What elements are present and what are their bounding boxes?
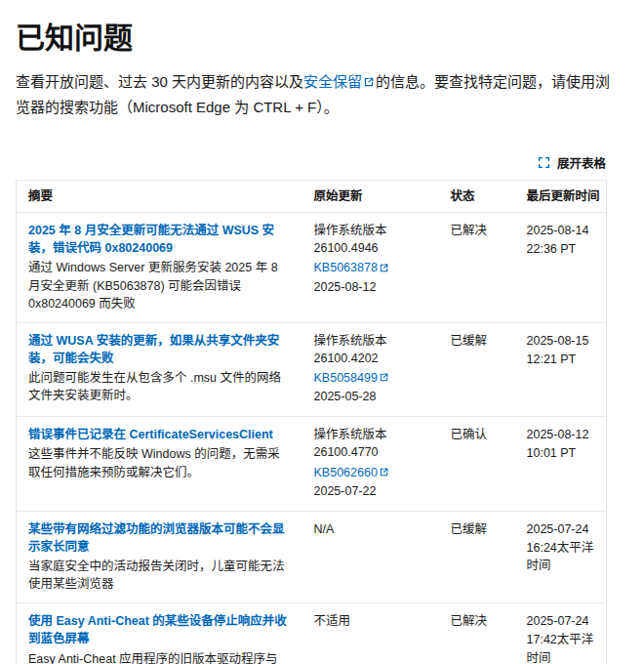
summary-cell: 通过 WUSA 安装的更新，如果从共享文件夹安装，可能会失败此问题可能发生在从包… xyxy=(17,322,302,417)
status-label: 已解决 xyxy=(451,222,503,239)
last-updated-cell: 2025-08-1512:21 PT xyxy=(515,322,607,417)
kb-article-label: KB5058499 xyxy=(314,371,378,385)
updated-time: 16:24太平洋时间 xyxy=(527,539,595,574)
last-updated-cell: 2025-08-1210:01 PT xyxy=(515,417,607,512)
origin-date: 2025-07-22 xyxy=(314,482,427,500)
original-update-cell: 操作系统版本 26100.4946KB50638782025-08-12 xyxy=(302,213,439,323)
expand-table-label: 展开表格 xyxy=(557,153,606,172)
table-row: 错误事件已记录在 CertificateServicesClient这些事件并不… xyxy=(17,417,607,512)
expand-table-button[interactable]: 展开表格 xyxy=(538,151,606,174)
updated-time: 22:36 PT xyxy=(527,240,595,258)
header-last-updated: 最后更新时间 xyxy=(515,181,607,213)
intro-text-before: 查看开放问题、过去 30 天内更新的内容以及 xyxy=(16,73,303,90)
last-updated-cell: 2025-08-1422:36 PT xyxy=(515,213,607,323)
issue-description: 这些事件并不能反映 Windows 的问题，无需采取任何措施来预防或解决它们。 xyxy=(28,445,291,480)
issue-description: 此问题可能发生在从包含多个 .msu 文件的网络文件夹安装更新时。 xyxy=(28,369,291,404)
kb-article-label: KB5063878 xyxy=(314,261,378,274)
page-title: 已知问题 xyxy=(16,14,628,57)
updated-date: 2025-08-14 xyxy=(527,222,595,239)
external-link-icon xyxy=(380,463,388,480)
summary-cell: 错误事件已记录在 CertificateServicesClient这些事件并不… xyxy=(17,417,302,512)
security-hold-link[interactable]: 安全保留 xyxy=(303,73,376,90)
updated-time: 10:01 PT xyxy=(527,444,595,462)
kb-article-label: KB5062660 xyxy=(314,466,378,479)
origin-kb-line: KB5058499 xyxy=(314,368,427,387)
status-label: 已缓解 xyxy=(451,520,503,538)
issue-description: 通过 Windows Server 更新服务安装 2025 年 8 月安全更新 … xyxy=(28,259,291,311)
origin-version: 操作系统版本 26100.4946 xyxy=(314,222,427,257)
origin-date: 2025-05-28 xyxy=(314,388,427,405)
issue-title-link[interactable]: 2025 年 8 月安全更新可能无法通过 WSUS 安装，错误代码 0x8024… xyxy=(28,224,274,255)
original-update-cell: 操作系统版本 26100.4770KB50626602025-07-22 xyxy=(302,417,439,512)
issue-description: 当家庭安全中的活动报告关闭时，儿童可能无法使用某些浏览器 xyxy=(28,558,291,593)
issue-description: Easy Anti-Cheat 应用程序的旧版本驱动程序与 Windows 11… xyxy=(28,650,291,664)
issue-title-link[interactable]: 错误事件已记录在 CertificateServicesClient xyxy=(28,428,273,441)
origin-version: 不适用 xyxy=(314,612,427,630)
known-issues-page: 已知问题 查看开放问题、过去 30 天内更新的内容以及安全保留的信息。要查找特定… xyxy=(0,14,644,664)
known-issues-table: 摘要 原始更新 状态 最后更新时间 2025 年 8 月安全更新可能无法通过 W… xyxy=(16,180,607,664)
table-row: 使用 Easy Anti-Cheat 的某些设备停止响应并收到蓝色屏幕Easy … xyxy=(17,603,607,664)
table-toolbar: 展开表格 xyxy=(16,151,606,174)
updated-date: 2025-08-12 xyxy=(527,426,595,443)
updated-time: 12:21 PT xyxy=(527,351,595,368)
origin-kb-line: KB5062660 xyxy=(314,463,427,481)
kb-article-link[interactable]: KB5062660 xyxy=(314,466,390,479)
status-cell: 已解决 xyxy=(439,603,515,664)
intro-paragraph: 查看开放问题、过去 30 天内更新的内容以及安全保留的信息。要查找特定问题，请使… xyxy=(16,68,617,120)
last-updated-cell: 2025-07-2416:24太平洋时间 xyxy=(515,511,607,603)
updated-date: 2025-07-24 xyxy=(527,520,595,538)
external-link-icon xyxy=(380,258,388,275)
header-summary: 摘要 xyxy=(17,181,302,213)
header-original-update: 原始更新 xyxy=(302,181,439,213)
status-label: 已确认 xyxy=(451,426,503,443)
origin-date: 2025-08-12 xyxy=(314,278,427,296)
original-update-cell: N/A xyxy=(302,511,439,603)
external-link-icon xyxy=(380,368,388,386)
issue-title-link[interactable]: 使用 Easy Anti-Cheat 的某些设备停止响应并收到蓝色屏幕 xyxy=(28,614,287,645)
external-link-icon xyxy=(364,68,374,94)
origin-version: 操作系统版本 26100.4770 xyxy=(314,426,427,461)
kb-article-link[interactable]: KB5058499 xyxy=(314,371,390,385)
origin-version: 操作系统版本 26100.4202 xyxy=(314,332,427,367)
status-cell: 已解决 xyxy=(439,213,515,323)
original-update-cell: 操作系统版本 26100.4202KB50584992025-05-28 xyxy=(302,322,439,417)
issue-title-link[interactable]: 通过 WUSA 安装的更新，如果从共享文件夹安装，可能会失败 xyxy=(28,334,279,365)
security-hold-link-label: 安全保留 xyxy=(303,73,362,90)
status-cell: 已确认 xyxy=(439,417,515,512)
origin-kb-line: KB5063878 xyxy=(314,258,427,276)
status-cell: 已缓解 xyxy=(439,322,515,417)
summary-cell: 2025 年 8 月安全更新可能无法通过 WSUS 安装，错误代码 0x8024… xyxy=(17,213,302,323)
table-row: 2025 年 8 月安全更新可能无法通过 WSUS 安装，错误代码 0x8024… xyxy=(17,213,607,323)
summary-cell: 某些带有网络过滤功能的浏览器版本可能不会显示家长同意当家庭安全中的活动报告关闭时… xyxy=(17,511,302,603)
header-status: 状态 xyxy=(439,181,515,213)
expand-icon xyxy=(538,156,550,169)
table-header-row: 摘要 原始更新 状态 最后更新时间 xyxy=(17,181,607,213)
status-cell: 已缓解 xyxy=(439,511,515,603)
origin-version: N/A xyxy=(314,520,427,538)
table-row: 通过 WUSA 安装的更新，如果从共享文件夹安装，可能会失败此问题可能发生在从包… xyxy=(17,322,607,417)
status-label: 已缓解 xyxy=(451,332,503,350)
kb-article-link[interactable]: KB5063878 xyxy=(314,261,390,274)
last-updated-cell: 2025-07-2417:42太平洋时间 xyxy=(515,603,607,664)
updated-time: 17:42太平洋时间 xyxy=(527,631,595,664)
updated-date: 2025-07-24 xyxy=(527,612,595,630)
original-update-cell: 不适用 xyxy=(302,603,439,664)
summary-cell: 使用 Easy Anti-Cheat 的某些设备停止响应并收到蓝色屏幕Easy … xyxy=(17,603,302,664)
table-row: 某些带有网络过滤功能的浏览器版本可能不会显示家长同意当家庭安全中的活动报告关闭时… xyxy=(17,511,607,603)
updated-date: 2025-08-15 xyxy=(527,332,595,350)
issue-title-link[interactable]: 某些带有网络过滤功能的浏览器版本可能不会显示家长同意 xyxy=(28,522,285,554)
status-label: 已解决 xyxy=(451,612,503,630)
